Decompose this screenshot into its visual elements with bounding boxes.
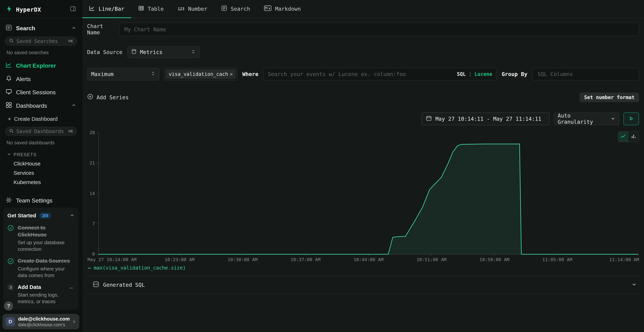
help-button[interactable]: ? (4, 302, 13, 310)
empty-area (87, 294, 639, 332)
granularity-value: Auto Granularity (558, 112, 608, 125)
step-desc: Start sending logs, metrics, or traces (18, 292, 74, 305)
chart-explorer-content: Chart Name Data Source Metrics Maxim (82, 18, 644, 332)
tab-markdown[interactable]: Markdown (257, 0, 308, 18)
svg-text:28: 28 (90, 130, 95, 135)
saved-searches-input[interactable]: Saved Searches ⌘K (5, 37, 77, 46)
sql-toggle[interactable]: SQL (457, 71, 466, 77)
search-list-icon (6, 24, 12, 32)
number-123-icon: 123 (178, 7, 184, 11)
get-started-step-2[interactable]: Create Data Sources Configure where your… (7, 258, 74, 279)
sidebar-item-label: Client Sessions (16, 89, 56, 96)
timeseries-chart[interactable]: 07142128May 27 10:14:00 AM10:23:00 AM10:… (87, 130, 639, 262)
sidebar-item-dashboards[interactable]: Dashboards (0, 99, 82, 112)
tab-search[interactable]: Search (214, 0, 257, 18)
chevron-down-icon (611, 116, 615, 122)
svg-text:10:51:00 AM: 10:51:00 AM (416, 257, 446, 262)
tab-line-bar[interactable]: Line/Bar (82, 0, 131, 18)
create-dashboard-button[interactable]: + Create Dashboard (0, 112, 82, 126)
sidebar-item-chart-explorer[interactable]: Chart Explorer (0, 59, 82, 72)
legend-series-label: max(visa_validation_cache.size) (94, 265, 186, 271)
create-dashboard-label: Create Dashboard (14, 116, 58, 122)
chart-type-tabbar: Line/Bar Table 123 Number Search (82, 0, 644, 18)
tab-label: Line/Bar (98, 6, 124, 12)
data-source-select[interactable]: Metrics (127, 46, 200, 58)
where-input-wrap: SQL | Lucene (263, 68, 497, 80)
set-number-format-button[interactable]: Set number format (580, 92, 639, 102)
svg-text:10:58:00 AM: 10:58:00 AM (480, 257, 509, 262)
sidebar-item-alerts[interactable]: Alerts (0, 72, 82, 86)
user-menu[interactable]: D dale@clickhouse.com dale@clickhouse.co… (2, 314, 80, 329)
group-by-input[interactable] (532, 68, 639, 80)
get-started-title: Get Started (7, 212, 36, 218)
aggregation-select[interactable]: Maximum (87, 68, 160, 80)
run-query-button[interactable] (624, 112, 639, 125)
chevron-right-icon (72, 318, 76, 326)
collapse-sidebar-icon[interactable] (70, 6, 76, 14)
search-section-header[interactable]: Search (0, 20, 82, 36)
generated-sql-label: Generated SQL (103, 282, 145, 288)
toggle-separator: | (469, 71, 472, 77)
hyperdx-logo-icon (6, 5, 13, 14)
logo-row: HyperDX (0, 0, 82, 18)
metric-tag: visa_validation_cach × (166, 70, 236, 79)
no-saved-dashboards-text: No saved dashboards (0, 138, 82, 149)
metric-field-input[interactable]: visa_validation_cach × (164, 68, 238, 80)
circle-plus-icon (87, 94, 93, 101)
chevron-updown-icon (191, 49, 196, 55)
data-source-value: Metrics (140, 49, 188, 55)
saved-searches-placeholder: Saved Searches (16, 38, 66, 44)
plus-icon: + (8, 116, 11, 122)
chart-name-input[interactable] (119, 22, 639, 36)
granularity-select[interactable]: Auto Granularity (554, 112, 619, 125)
svg-text:10:37:00 AM: 10:37:00 AM (290, 257, 320, 262)
get-started-step-3[interactable]: 3 Add Data Start sending logs, metrics, … (7, 284, 74, 305)
chevron-down-icon (7, 152, 11, 157)
get-started-step-1[interactable]: Connect to ClickHouse Set up your databa… (7, 224, 74, 252)
chevron-down-icon (632, 282, 637, 288)
chevron-up-icon (70, 212, 74, 219)
saved-dashboards-input[interactable]: Saved Dashboards ⌘K (5, 127, 77, 136)
sidebar-item-team-settings[interactable]: Team Settings (0, 193, 82, 208)
sidebar-item-label: Dashboards (16, 102, 47, 109)
sidebar-item-label: Chart Explorer (16, 62, 56, 69)
lucene-toggle[interactable]: Lucene (474, 71, 492, 77)
svg-text:10:23:00 AM: 10:23:00 AM (164, 257, 194, 262)
tab-number[interactable]: 123 Number (171, 0, 214, 18)
bar-view-button[interactable] (628, 132, 639, 142)
step-title: Create Data Sources (18, 258, 74, 264)
tab-label: Search (231, 6, 250, 12)
where-input[interactable] (268, 71, 454, 77)
tab-table[interactable]: Table (131, 0, 171, 18)
gear-icon (6, 197, 12, 204)
add-series-button[interactable]: Add Series (87, 94, 128, 101)
preset-item-services[interactable]: Services (0, 168, 82, 178)
date-range-picker[interactable]: May 27 10:14:11 - May 27 11:14:11 (422, 112, 550, 125)
svg-text:10:44:00 AM: 10:44:00 AM (354, 257, 383, 262)
user-email: dale@clickhouse.com (18, 316, 69, 322)
group-by-label: Group By (502, 71, 527, 77)
saved-searches-kbd: ⌘K (68, 39, 73, 44)
preset-item-clickhouse[interactable]: ClickHouse (0, 159, 82, 168)
chevron-updown-icon (151, 71, 155, 77)
check-circle-icon (7, 224, 14, 252)
preset-item-kubernetes[interactable]: Kubernetes (0, 178, 82, 187)
presets-toggle[interactable]: PRESETS (0, 149, 82, 159)
line-view-button[interactable] (618, 132, 628, 142)
remove-tag-icon[interactable]: × (230, 71, 233, 77)
user-org: dale@clickhouse.com's (18, 322, 69, 327)
date-range-value: May 27 10:14:11 - May 27 11:14:11 (435, 116, 541, 122)
aggregation-value: Maximum (91, 71, 148, 77)
markdown-icon (264, 6, 271, 12)
svg-text:21: 21 (90, 160, 95, 166)
monitor-icon (6, 88, 12, 96)
code-square-icon (93, 281, 99, 288)
get-started-header[interactable]: Get Started 2/3 (7, 212, 74, 219)
generated-sql-toggle[interactable]: Generated SQL (87, 276, 639, 294)
tab-label: Markdown (275, 6, 301, 12)
sidebar: HyperDX Search Saved Searches ⌘K No save… (0, 0, 82, 332)
chart-area: 07142128May 27 10:14:00 AM10:23:00 AM10:… (87, 130, 639, 271)
sidebar-item-client-sessions[interactable]: Client Sessions (0, 86, 82, 99)
svg-text:11:05:00 AM: 11:05:00 AM (542, 257, 572, 262)
svg-text:0: 0 (92, 252, 95, 257)
